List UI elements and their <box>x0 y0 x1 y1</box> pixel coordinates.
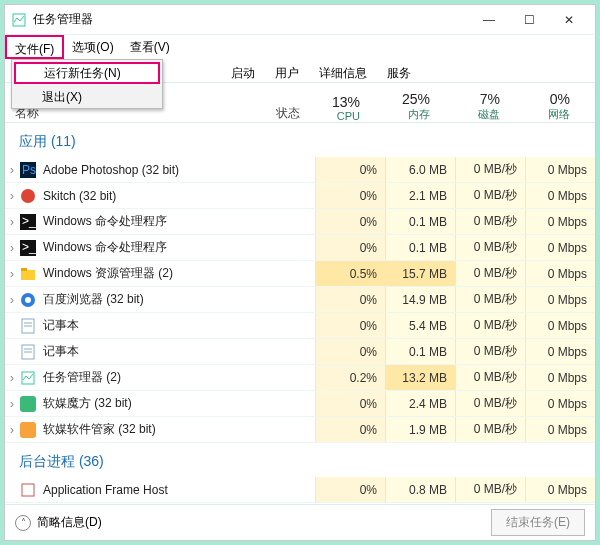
header-network[interactable]: 0% 网络 <box>510 91 580 122</box>
tab-startup[interactable]: 启动 <box>223 63 263 82</box>
network-cell: 0 Mbps <box>525 417 595 442</box>
process-row[interactable]: 记事本0%5.4 MB0 MB/秒0 Mbps <box>5 313 595 339</box>
process-name: Windows 命令处理程序 <box>41 239 225 256</box>
memory-cell: 0.1 MB <box>385 235 455 260</box>
expand-icon[interactable]: › <box>5 241 19 255</box>
disk-cell: 0 MB/秒 <box>455 365 525 390</box>
svg-rect-9 <box>21 268 27 271</box>
process-row[interactable]: ›PsAdobe Photoshop (32 bit)0%6.0 MB0 MB/… <box>5 157 595 183</box>
expand-icon[interactable]: › <box>5 215 19 229</box>
process-icon <box>19 482 37 498</box>
cpu-cell: 0% <box>315 391 385 416</box>
process-name: 百度浏览器 (32 bit) <box>41 291 225 308</box>
minimize-button[interactable]: — <box>469 6 509 34</box>
process-name: 任务管理器 (2) <box>41 369 225 386</box>
process-row[interactable]: ›软媒魔方 (32 bit)0%2.4 MB0 MB/秒0 Mbps <box>5 391 595 417</box>
process-row[interactable]: ›Windows 资源管理器 (2)0.5%15.7 MB0 MB/秒0 Mbp… <box>5 261 595 287</box>
process-row[interactable]: ›软媒软件管家 (32 bit)0%1.9 MB0 MB/秒0 Mbps <box>5 417 595 443</box>
header-cpu[interactable]: 13% CPU <box>300 94 370 122</box>
network-cell: 0 Mbps <box>525 287 595 312</box>
process-row[interactable]: 记事本0%0.1 MB0 MB/秒0 Mbps <box>5 339 595 365</box>
window-title: 任务管理器 <box>33 11 469 28</box>
process-icon <box>19 318 37 334</box>
disk-label: 磁盘 <box>440 107 500 122</box>
expand-icon[interactable]: › <box>5 163 19 177</box>
expand-icon[interactable]: › <box>5 423 19 437</box>
menubar: 文件(F) 选项(O) 查看(V) 运行新任务(N) 退出(X) <box>5 35 595 59</box>
disk-cell: 0 MB/秒 <box>455 209 525 234</box>
process-name: 记事本 <box>41 317 225 334</box>
cpu-cell: 0% <box>315 477 385 502</box>
network-cell: 0 Mbps <box>525 209 595 234</box>
header-disk[interactable]: 7% 磁盘 <box>440 91 510 122</box>
cpu-cell: 0.2% <box>315 365 385 390</box>
network-cell: 0 Mbps <box>525 339 595 364</box>
disk-cell: 0 MB/秒 <box>455 417 525 442</box>
menu-options[interactable]: 选项(O) <box>64 35 121 59</box>
cpu-cell: 0% <box>315 287 385 312</box>
disk-cell: 0 MB/秒 <box>455 339 525 364</box>
file-dropdown: 运行新任务(N) 退出(X) <box>11 59 163 109</box>
tab-details[interactable]: 详细信息 <box>311 63 375 82</box>
process-name: 软媒魔方 (32 bit) <box>41 395 225 412</box>
menu-view[interactable]: 查看(V) <box>122 35 178 59</box>
expand-icon[interactable]: › <box>5 371 19 385</box>
fewer-details-link[interactable]: 简略信息(D) <box>37 514 102 531</box>
group-background[interactable]: 后台进程 (36) <box>5 443 595 477</box>
process-row[interactable]: ›>_Windows 命令处理程序0%0.1 MB0 MB/秒0 Mbps <box>5 209 595 235</box>
tab-users[interactable]: 用户 <box>267 63 307 82</box>
task-manager-window: 任务管理器 — ☐ ✕ 文件(F) 选项(O) 查看(V) 运行新任务(N) 退… <box>4 4 596 541</box>
memory-cell: 5.4 MB <box>385 313 455 338</box>
network-cell: 0 Mbps <box>525 261 595 286</box>
menu-run-new-task[interactable]: 运行新任务(N) <box>14 62 160 84</box>
menu-exit[interactable]: 退出(X) <box>12 86 162 108</box>
process-name: Windows 命令处理程序 <box>41 213 225 230</box>
expand-icon[interactable]: › <box>5 293 19 307</box>
app-icon <box>11 12 27 28</box>
maximize-button[interactable]: ☐ <box>509 6 549 34</box>
header-memory[interactable]: 25% 内存 <box>370 91 440 122</box>
expand-icon[interactable]: › <box>5 397 19 411</box>
network-cell: 0 Mbps <box>525 313 595 338</box>
expand-icon[interactable]: › <box>5 189 19 203</box>
process-list[interactable]: 应用 (11) ›PsAdobe Photoshop (32 bit)0%6.0… <box>5 123 595 504</box>
process-icon <box>19 396 37 412</box>
titlebar: 任务管理器 — ☐ ✕ <box>5 5 595 35</box>
net-percent: 0% <box>510 91 570 107</box>
svg-rect-21 <box>22 484 34 496</box>
disk-percent: 7% <box>440 91 500 107</box>
cpu-cell: 0% <box>315 339 385 364</box>
memory-cell: 15.7 MB <box>385 261 455 286</box>
process-name: Skitch (32 bit) <box>41 189 225 203</box>
process-row[interactable]: ›>_Windows 命令处理程序0%0.1 MB0 MB/秒0 Mbps <box>5 235 595 261</box>
memory-cell: 0.1 MB <box>385 209 455 234</box>
memory-cell: 2.1 MB <box>385 183 455 208</box>
net-label: 网络 <box>510 107 570 122</box>
tab-services[interactable]: 服务 <box>379 63 419 82</box>
process-row[interactable]: ›百度浏览器 (32 bit)0%14.9 MB0 MB/秒0 Mbps <box>5 287 595 313</box>
svg-point-11 <box>25 297 31 303</box>
process-icon <box>19 370 37 386</box>
expand-icon[interactable]: › <box>5 267 19 281</box>
process-icon <box>19 422 37 438</box>
network-cell: 0 Mbps <box>525 477 595 502</box>
menu-file[interactable]: 文件(F) <box>5 35 64 59</box>
svg-text:>_: >_ <box>22 214 36 228</box>
process-name: Adobe Photoshop (32 bit) <box>41 163 225 177</box>
memory-cell: 13.2 MB <box>385 365 455 390</box>
cpu-cell: 0.5% <box>315 261 385 286</box>
process-name: Windows 资源管理器 (2) <box>41 265 225 282</box>
disk-cell: 0 MB/秒 <box>455 261 525 286</box>
process-row[interactable]: Application Frame Host0%0.8 MB0 MB/秒0 Mb… <box>5 477 595 503</box>
header-status[interactable]: 状态 <box>220 105 300 122</box>
memory-cell: 0.1 MB <box>385 339 455 364</box>
end-task-button[interactable]: 结束任务(E) <box>491 509 585 536</box>
close-button[interactable]: ✕ <box>549 6 589 34</box>
process-row[interactable]: ›Skitch (32 bit)0%2.1 MB0 MB/秒0 Mbps <box>5 183 595 209</box>
process-icon <box>19 344 37 360</box>
process-row[interactable]: ›任务管理器 (2)0.2%13.2 MB0 MB/秒0 Mbps <box>5 365 595 391</box>
process-icon: >_ <box>19 240 37 256</box>
disk-cell: 0 MB/秒 <box>455 313 525 338</box>
process-icon <box>19 266 37 282</box>
group-apps[interactable]: 应用 (11) <box>5 123 595 157</box>
